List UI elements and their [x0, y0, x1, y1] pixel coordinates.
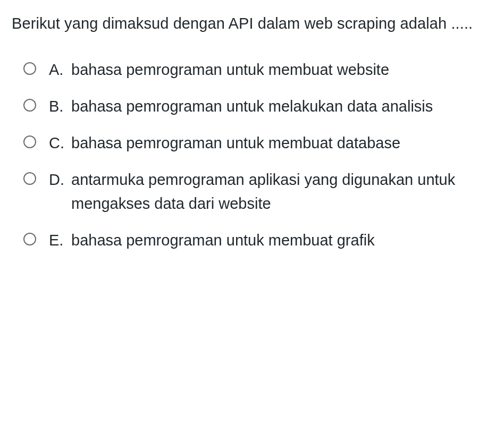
option-letter: B.	[49, 95, 67, 118]
option-body: D. antarmuka pemrograman aplikasi yang d…	[49, 168, 492, 216]
option-body: E. bahasa pemrograman untuk membuat graf…	[49, 228, 492, 252]
radio-icon[interactable]	[23, 233, 36, 245]
options-list: A. bahasa pemrograman untuk membuat webs…	[12, 58, 492, 252]
option-letter: A.	[49, 58, 67, 82]
option-text: bahasa pemrograman untuk melakukan data …	[71, 95, 492, 118]
option-body: B. bahasa pemrograman untuk melakukan da…	[49, 95, 492, 118]
option-text: bahasa pemrograman untuk membuat website	[71, 58, 492, 82]
option-b[interactable]: B. bahasa pemrograman untuk melakukan da…	[23, 95, 492, 118]
option-text: antarmuka pemrograman aplikasi yang digu…	[71, 168, 492, 216]
radio-icon[interactable]	[23, 135, 36, 148]
question-text: Berikut yang dimaksud dengan API dalam w…	[12, 12, 492, 36]
option-letter: D.	[49, 168, 67, 192]
option-body: C. bahasa pemrograman untuk membuat data…	[49, 131, 492, 155]
radio-icon[interactable]	[23, 172, 36, 185]
radio-icon[interactable]	[23, 99, 36, 112]
option-text: bahasa pemrograman untuk membuat databas…	[71, 131, 492, 155]
radio-icon[interactable]	[23, 62, 36, 75]
option-letter: E.	[49, 228, 67, 252]
option-letter: C.	[49, 131, 67, 155]
option-d[interactable]: D. antarmuka pemrograman aplikasi yang d…	[23, 168, 492, 216]
option-body: A. bahasa pemrograman untuk membuat webs…	[49, 58, 492, 82]
option-text: bahasa pemrograman untuk membuat grafik	[71, 228, 492, 252]
option-e[interactable]: E. bahasa pemrograman untuk membuat graf…	[23, 228, 492, 252]
option-a[interactable]: A. bahasa pemrograman untuk membuat webs…	[23, 58, 492, 82]
option-c[interactable]: C. bahasa pemrograman untuk membuat data…	[23, 131, 492, 155]
